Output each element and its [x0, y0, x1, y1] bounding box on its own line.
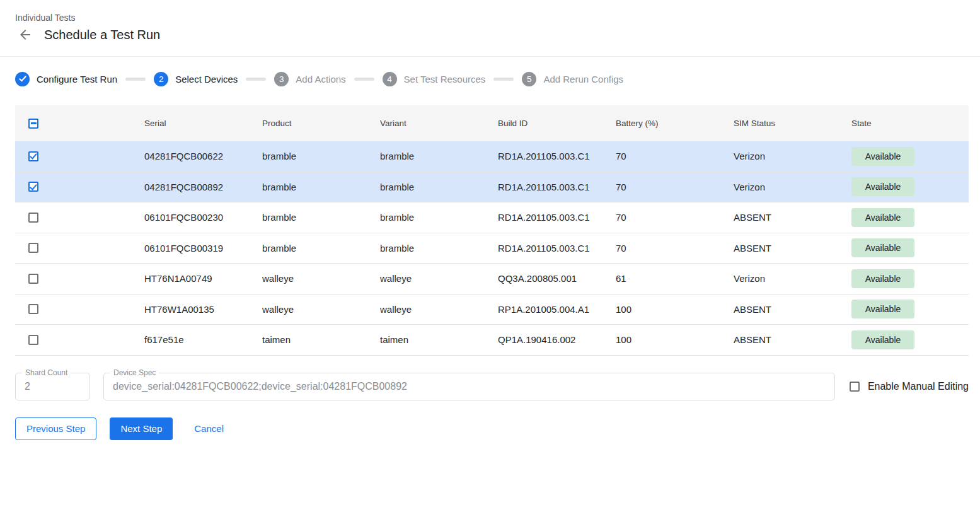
stepper-step-configure-test-run[interactable]: Configure Test Run — [15, 72, 117, 86]
cell-battery: 70 — [616, 151, 734, 161]
step-label: Set Test Resources — [404, 74, 486, 85]
check-icon — [15, 72, 30, 86]
step-number: 5 — [522, 72, 536, 86]
cell-sim-status: Verizon — [734, 273, 851, 284]
cell-product: bramble — [262, 182, 380, 192]
cell-sim-status: ABSENT — [734, 304, 851, 315]
previous-step-button[interactable]: Previous Step — [15, 417, 96, 440]
column-header-build-id: Build ID — [498, 119, 616, 128]
select-all-checkbox[interactable] — [28, 119, 38, 129]
state-badge: Available — [851, 300, 914, 318]
breadcrumb: Individual Tests — [15, 13, 965, 23]
cell-battery: 100 — [616, 334, 734, 345]
cell-battery: 70 — [616, 243, 734, 254]
column-header-serial: Serial — [144, 119, 262, 128]
arrow-back-icon — [18, 27, 33, 42]
cell-sim-status: ABSENT — [734, 212, 851, 223]
step-label: Add Rerun Configs — [543, 74, 623, 85]
stepper-step-set-test-resources[interactable]: 4 Set Test Resources — [383, 72, 486, 86]
row-checkbox[interactable] — [28, 213, 38, 223]
shard-count-input[interactable] — [16, 381, 89, 392]
cell-build-id: RP1A.201005.004.A1 — [498, 304, 616, 315]
step-connector — [493, 78, 514, 81]
cell-product: taimen — [262, 334, 380, 345]
row-checkbox[interactable] — [28, 151, 38, 161]
cell-product: bramble — [262, 151, 380, 161]
device-row[interactable]: 04281FQCB00622 bramble bramble RD1A.2011… — [15, 141, 969, 172]
enable-manual-editing-control[interactable]: Enable Manual Editing — [850, 381, 969, 392]
column-header-state: State — [851, 119, 969, 128]
column-header-product: Product — [262, 119, 380, 128]
step-number: 3 — [274, 72, 289, 86]
step-connector — [354, 78, 374, 81]
cell-build-id: RD1A.201105.003.C1 — [498, 212, 616, 223]
row-checkbox[interactable] — [28, 182, 38, 192]
enable-manual-editing-label: Enable Manual Editing — [868, 381, 969, 392]
cell-sim-status: Verizon — [734, 151, 851, 161]
stepper-step-add-rerun-configs[interactable]: 5 Add Rerun Configs — [522, 72, 623, 86]
device-row[interactable]: 04281FQCB00892 bramble bramble RD1A.2011… — [15, 172, 969, 203]
row-checkbox[interactable] — [28, 274, 38, 284]
cell-build-id: RD1A.201105.003.C1 — [498, 243, 616, 254]
cell-build-id: RD1A.201105.003.C1 — [498, 182, 616, 192]
cell-variant: walleye — [380, 304, 498, 315]
shard-spec-form: Shard Count Device Spec Enable Manual Ed… — [15, 373, 969, 400]
device-spec-field[interactable]: Device Spec — [103, 373, 835, 400]
header-divider — [0, 56, 980, 57]
row-checkbox[interactable] — [28, 243, 38, 253]
back-button[interactable] — [18, 27, 33, 42]
device-row[interactable]: 06101FQCB00230 bramble bramble RD1A.2011… — [15, 202, 969, 233]
shard-count-label: Shard Count — [22, 368, 71, 377]
table-header-row: Serial Product Variant Build ID Battery … — [15, 105, 969, 141]
cell-variant: bramble — [380, 212, 498, 223]
state-badge: Available — [851, 238, 914, 257]
cancel-button[interactable]: Cancel — [183, 417, 234, 440]
cell-variant: bramble — [380, 243, 498, 254]
cell-battery: 70 — [616, 182, 734, 192]
cell-variant: bramble — [380, 182, 498, 192]
step-label: Select Devices — [175, 74, 238, 85]
row-checkbox[interactable] — [28, 304, 38, 314]
cell-serial: HT76W1A00135 — [144, 304, 262, 315]
cell-product: bramble — [262, 243, 380, 254]
device-spec-input[interactable] — [104, 381, 834, 392]
step-connector — [246, 78, 266, 81]
device-row[interactable]: 06101FQCB00319 bramble bramble RD1A.2011… — [15, 233, 969, 264]
device-row[interactable]: HT76N1A00749 walleye walleye QQ3A.200805… — [15, 264, 969, 295]
cell-product: walleye — [262, 304, 380, 315]
step-label: Configure Test Run — [37, 74, 117, 85]
device-spec-label: Device Spec — [110, 368, 159, 377]
cell-variant: bramble — [380, 151, 498, 161]
stepper-step-add-actions[interactable]: 3 Add Actions — [274, 72, 345, 86]
state-badge: Available — [851, 177, 914, 196]
state-badge: Available — [851, 208, 914, 227]
state-badge: Available — [851, 269, 914, 288]
cell-variant: walleye — [380, 273, 498, 284]
shard-count-field[interactable]: Shard Count — [15, 373, 90, 400]
cell-battery: 100 — [616, 304, 734, 315]
wizard-actions: Previous Step Next Step Cancel — [15, 417, 965, 440]
cell-serial: f617e51e — [144, 334, 262, 345]
step-label: Add Actions — [296, 74, 345, 85]
device-row[interactable]: f617e51e taimen taimen QP1A.190416.002 1… — [15, 325, 969, 356]
page-title: Schedule a Test Run — [44, 28, 160, 42]
step-number: 4 — [383, 72, 397, 86]
cell-serial: 06101FQCB00230 — [144, 212, 262, 223]
cell-build-id: RD1A.201105.003.C1 — [498, 151, 616, 161]
cell-serial: HT76N1A00749 — [144, 273, 262, 284]
column-header-battery: Battery (%) — [616, 119, 734, 128]
cell-variant: taimen — [380, 334, 498, 345]
step-number: 2 — [154, 72, 168, 86]
stepper-step-select-devices[interactable]: 2 Select Devices — [154, 72, 238, 86]
cell-sim-status: ABSENT — [734, 334, 851, 345]
row-checkbox[interactable] — [28, 335, 38, 345]
cell-build-id: QP1A.190416.002 — [498, 334, 616, 345]
enable-manual-editing-checkbox[interactable] — [850, 382, 860, 392]
cell-sim-status: ABSENT — [734, 243, 851, 254]
cell-product: bramble — [262, 212, 380, 223]
column-header-sim-status: SIM Status — [734, 119, 851, 128]
column-header-variant: Variant — [380, 119, 498, 128]
device-row[interactable]: HT76W1A00135 walleye walleye RP1A.201005… — [15, 295, 969, 325]
next-step-button[interactable]: Next Step — [110, 417, 173, 440]
state-badge: Available — [851, 330, 914, 349]
